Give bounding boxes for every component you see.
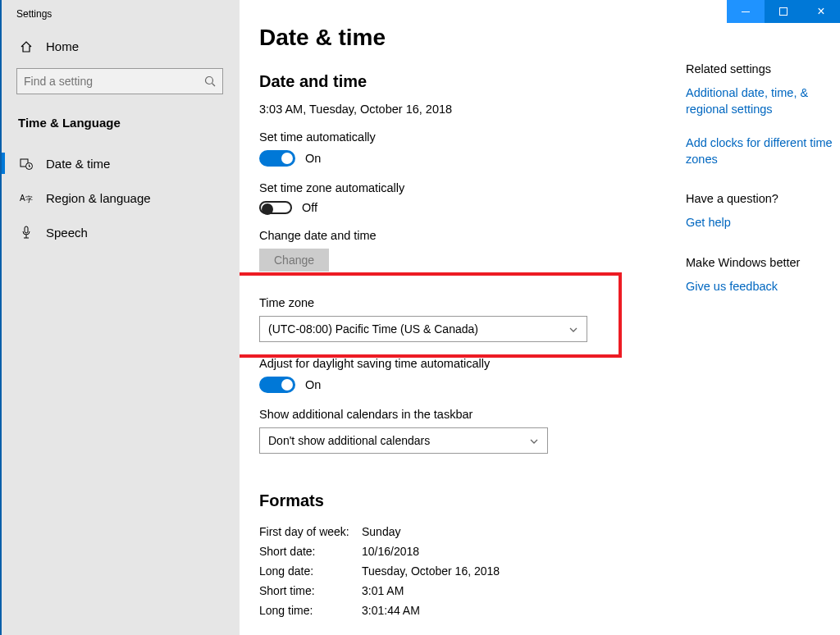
search-container xyxy=(2,62,240,104)
timezone-select[interactable]: (UTC-08:00) Pacific Time (US & Canada) xyxy=(259,316,587,342)
svg-line-1 xyxy=(212,84,216,87)
nav-item-label: Speech xyxy=(46,226,88,240)
link-additional-settings[interactable]: Additional date, time, & regional settin… xyxy=(686,85,835,117)
svg-point-0 xyxy=(206,77,213,85)
format-key: Short time: xyxy=(259,581,362,601)
format-val: Sunday xyxy=(362,522,400,541)
rail-heading-better: Make Windows better xyxy=(686,256,835,269)
set-time-auto-state: On xyxy=(305,152,321,165)
format-row: Short date:10/16/2018 xyxy=(259,541,840,561)
home-icon xyxy=(20,41,33,53)
search-icon xyxy=(204,75,216,87)
format-key: Short date: xyxy=(259,541,362,561)
section-heading-formats: Formats xyxy=(259,491,840,510)
nav-item-speech[interactable]: Speech xyxy=(2,215,240,249)
format-val: Tuesday, October 16, 2018 xyxy=(362,561,500,581)
set-tz-auto-toggle[interactable] xyxy=(259,201,292,214)
formats-table: First day of week:Sunday Short date:10/1… xyxy=(259,522,840,620)
rail-heading-related: Related settings xyxy=(686,62,835,75)
format-key: Long time: xyxy=(259,601,362,620)
home-label: Home xyxy=(46,39,79,53)
nav-list: Date & time A字 Region & language Speech xyxy=(2,138,240,249)
home-nav[interactable]: Home xyxy=(2,31,240,62)
category-title: Time & Language xyxy=(2,104,240,138)
microphone-icon xyxy=(20,226,33,239)
format-row: Long date:Tuesday, October 16, 2018 xyxy=(259,561,840,581)
search-input[interactable] xyxy=(24,75,188,88)
format-row: Long time:3:01:44 AM xyxy=(259,601,840,620)
dst-label: Adjust for daylight saving time automati… xyxy=(259,357,840,370)
clock-calendar-icon xyxy=(20,157,33,170)
timezone-value: (UTC-08:00) Pacific Time (US & Canada) xyxy=(268,322,478,336)
svg-rect-6 xyxy=(25,226,28,233)
sidebar: Settings Home Time & Language Date & tim… xyxy=(2,0,240,635)
calendars-value: Don't show additional calendars xyxy=(268,434,430,447)
format-key: Long date: xyxy=(259,561,362,581)
window-title: Settings xyxy=(2,0,240,31)
calendars-label: Show additional calendars in the taskbar xyxy=(259,408,840,421)
dst-state: On xyxy=(305,378,321,391)
nav-item-date-time[interactable]: Date & time xyxy=(2,146,240,180)
rail-heading-question: Have a question? xyxy=(686,192,835,205)
link-add-clocks[interactable]: Add clocks for different time zones xyxy=(686,135,835,167)
format-val: 10/16/2018 xyxy=(362,541,419,561)
link-get-help[interactable]: Get help xyxy=(686,215,835,231)
right-rail: Related settings Additional date, time, … xyxy=(686,62,840,313)
format-row: First day of week:Sunday xyxy=(259,522,840,541)
chevron-down-icon xyxy=(568,324,578,334)
format-val: 3:01:44 AM xyxy=(362,601,420,620)
search-input-wrapper[interactable] xyxy=(16,68,223,94)
svg-text:字: 字 xyxy=(25,195,33,203)
set-time-auto-toggle[interactable] xyxy=(259,150,295,167)
nav-item-label: Date & time xyxy=(46,157,110,171)
nav-item-region-language[interactable]: A字 Region & language xyxy=(2,180,240,215)
page-title: Date & time xyxy=(259,25,840,51)
nav-item-label: Region & language xyxy=(46,191,151,205)
format-key: First day of week: xyxy=(259,522,362,541)
language-icon: A字 xyxy=(20,191,33,204)
link-feedback[interactable]: Give us feedback xyxy=(686,279,835,295)
settings-window: × Settings Home Time & Language xyxy=(0,0,840,635)
change-button: Change xyxy=(259,249,329,272)
format-val: 3:01 AM xyxy=(362,581,404,601)
set-tz-auto-state: Off xyxy=(302,201,317,214)
dst-toggle[interactable] xyxy=(259,377,295,393)
chevron-down-icon xyxy=(529,436,539,445)
calendars-select[interactable]: Don't show additional calendars xyxy=(259,427,548,454)
svg-text:A: A xyxy=(20,194,25,203)
format-row: Short time:3:01 AM xyxy=(259,581,840,601)
